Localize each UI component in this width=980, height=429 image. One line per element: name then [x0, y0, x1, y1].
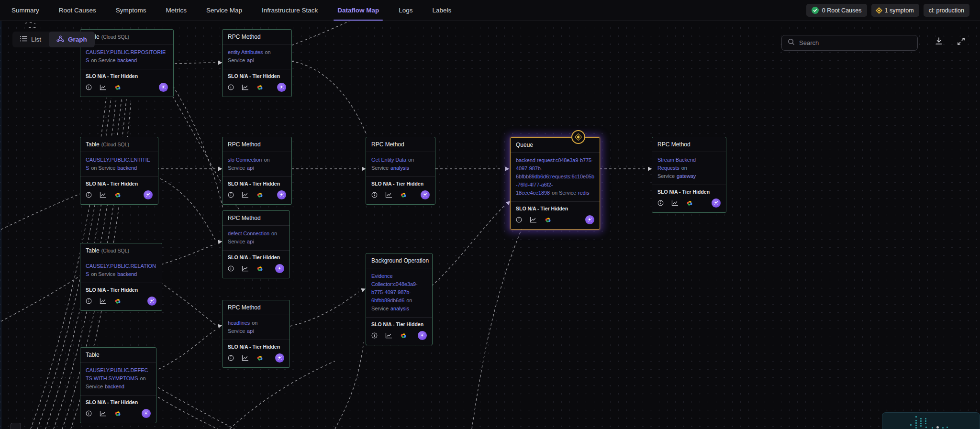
node-service-link[interactable]: analysis	[390, 306, 409, 311]
ai-sparkle-badge[interactable]	[275, 264, 284, 273]
info-icon[interactable]	[86, 298, 92, 304]
ai-sparkle-badge[interactable]	[275, 353, 284, 363]
node-service-link[interactable]: gateway	[677, 173, 696, 179]
node-entity-link[interactable]: headlines	[228, 320, 250, 326]
metrics-chart-icon[interactable]	[242, 265, 249, 272]
metrics-chart-icon[interactable]	[671, 200, 679, 206]
metrics-chart-icon[interactable]	[242, 192, 249, 198]
ai-sparkle-badge[interactable]	[147, 297, 156, 306]
ai-sparkle-badge[interactable]	[421, 190, 430, 199]
google-cloud-icon[interactable]	[114, 84, 121, 91]
node-entity-attributes[interactable]: RPC Method entity Attributeson Serviceap…	[222, 29, 292, 97]
metrics-chart-icon[interactable]	[100, 192, 107, 198]
ai-sparkle-badge[interactable]	[585, 215, 594, 224]
node-entity-link[interactable]: defect Connection	[228, 231, 269, 236]
metrics-chart-icon[interactable]	[242, 355, 249, 361]
ai-sparkle-badge[interactable]	[144, 190, 153, 199]
node-defect-connection[interactable]: RPC Method defect Connectionon Serviceap…	[222, 210, 290, 278]
tab-dataflow-map[interactable]: Dataflow Map	[336, 0, 380, 21]
metrics-chart-icon[interactable]	[385, 192, 392, 198]
google-cloud-icon[interactable]	[256, 265, 263, 272]
node-queue[interactable]: Queue backend request:c048e3a9-b775-4097…	[510, 137, 600, 230]
info-icon[interactable]	[86, 84, 92, 90]
ai-sparkle-badge[interactable]	[142, 409, 151, 418]
google-cloud-icon[interactable]	[686, 200, 693, 207]
google-cloud-icon[interactable]	[114, 298, 121, 305]
expand-fullscreen-button[interactable]	[956, 36, 967, 48]
ai-sparkle-badge[interactable]	[712, 198, 721, 208]
ai-sparkle-badge[interactable]	[277, 83, 286, 92]
node-service-link[interactable]: backend	[117, 271, 137, 277]
list-view-button[interactable]: List	[12, 32, 49, 47]
metrics-chart-icon[interactable]	[530, 217, 537, 223]
google-cloud-icon[interactable]	[545, 217, 551, 223]
ai-sparkle-badge[interactable]	[277, 190, 286, 199]
tab-summary[interactable]: Summary	[11, 0, 40, 21]
node-evidence-collector[interactable]: Background Operation Evidence Collector:…	[366, 253, 433, 345]
metrics-chart-icon[interactable]	[385, 332, 392, 339]
info-icon[interactable]	[228, 265, 234, 272]
node-headlines[interactable]: RPC Method headlineson Serviceapi SLO N/…	[222, 300, 290, 368]
node-service-link[interactable]: api	[247, 328, 254, 334]
google-cloud-icon[interactable]	[256, 84, 263, 91]
info-icon[interactable]	[371, 332, 378, 339]
node-entities[interactable]: Table(Cloud SQL) CAUSELY.PUBLIC.ENTITIES…	[80, 137, 158, 205]
tab-labels[interactable]: Labels	[431, 0, 452, 21]
google-cloud-icon[interactable]	[256, 192, 263, 198]
info-icon[interactable]	[371, 192, 378, 198]
metrics-chart-icon[interactable]	[100, 84, 107, 90]
metrics-chart-icon[interactable]	[100, 410, 107, 417]
canvas-corner-button[interactable]	[11, 423, 21, 429]
node-defects[interactable]: Table CAUSELY.PUBLIC.DEFECTS WITH SYMPTO…	[80, 347, 156, 423]
node-slo-connection[interactable]: RPC Method slo Connectionon Serviceapi S…	[222, 137, 292, 205]
info-icon[interactable]	[228, 84, 234, 90]
info-icon[interactable]	[228, 355, 234, 361]
tab-infrastructure-stack[interactable]: Infrastructure Stack	[261, 0, 319, 21]
metrics-chart-icon[interactable]	[100, 298, 107, 304]
google-cloud-icon[interactable]	[400, 332, 407, 339]
node-service-link[interactable]: backend	[117, 57, 137, 63]
node-service-link[interactable]: backend	[117, 165, 137, 171]
tab-service-map[interactable]: Service Map	[205, 0, 243, 21]
info-icon[interactable]	[86, 410, 92, 417]
node-entity-link[interactable]: CAUSELY.PUBLIC.DEFECTS WITH SYMPTOMS	[86, 367, 148, 381]
list-label: List	[31, 36, 41, 43]
tab-root-causes[interactable]: Root Causes	[58, 0, 97, 21]
info-icon[interactable]	[516, 217, 522, 223]
minimap[interactable]	[882, 412, 980, 429]
node-body: CAUSELY.PUBLIC.REPOSITORIESon Servicebac…	[80, 44, 173, 69]
node-service-link[interactable]: redis	[578, 190, 589, 196]
node-service-link[interactable]: api	[247, 57, 254, 63]
node-entity-link[interactable]: Stream Backend Requests	[657, 157, 696, 171]
node-stream-backend-requests[interactable]: RPC Method Stream Backend Requestson Ser…	[652, 137, 726, 213]
node-entity-link[interactable]: entity Attributes	[228, 49, 263, 55]
node-entity-link[interactable]: Get Entity Data	[371, 157, 406, 163]
metrics-chart-icon[interactable]	[242, 84, 249, 90]
node-service-link[interactable]: backend	[105, 384, 124, 389]
node-relations[interactable]: Table(Cloud SQL) CAUSELY.PUBLIC.RELATION…	[80, 243, 162, 311]
search-input[interactable]	[799, 39, 912, 46]
node-service-link[interactable]: analysis	[390, 165, 409, 171]
ai-sparkle-badge[interactable]	[159, 83, 168, 92]
root-causes-badge[interactable]: 0 Root Causes	[806, 4, 867, 17]
info-icon[interactable]	[86, 192, 92, 198]
tab-symptoms[interactable]: Symptoms	[115, 0, 147, 21]
tab-metrics[interactable]: Metrics	[165, 0, 188, 21]
google-cloud-icon[interactable]	[400, 192, 407, 198]
node-entity-link[interactable]: slo Connection	[228, 157, 262, 163]
info-icon[interactable]	[228, 192, 234, 198]
download-button[interactable]	[933, 35, 945, 48]
dataflow-canvas[interactable]: Table(Cloud SQL) CAUSELY.PUBLIC.REPOSITO…	[0, 21, 980, 429]
node-get-entity-data[interactable]: RPC Method Get Entity Dataon Serviceanal…	[366, 137, 435, 205]
google-cloud-icon[interactable]	[114, 410, 121, 417]
node-service-link[interactable]: api	[247, 239, 254, 244]
google-cloud-icon[interactable]	[114, 192, 121, 198]
node-symptom-pin[interactable]	[571, 130, 585, 144]
node-service-link[interactable]: api	[247, 165, 254, 171]
symptom-badge[interactable]: 1 symptom	[871, 4, 919, 17]
google-cloud-icon[interactable]	[256, 355, 263, 362]
info-icon[interactable]	[657, 200, 664, 206]
ai-sparkle-badge[interactable]	[418, 331, 427, 340]
graph-view-button[interactable]: Graph	[49, 32, 95, 47]
tab-logs[interactable]: Logs	[398, 0, 413, 21]
